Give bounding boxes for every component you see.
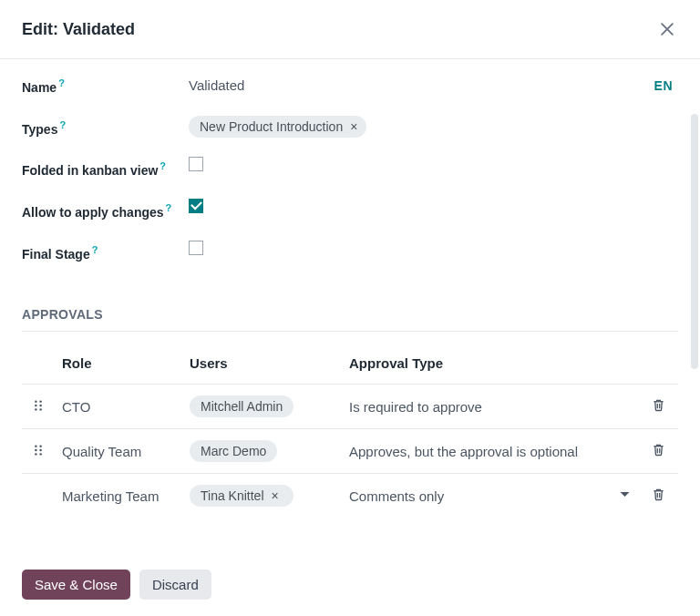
- drag-handle[interactable]: [22, 429, 55, 474]
- modal-footer: Save & Close Discard: [0, 557, 700, 616]
- value-types[interactable]: New Product Introduction ×: [189, 116, 678, 138]
- help-icon[interactable]: ?: [160, 160, 166, 171]
- approval-type-cell[interactable]: Comments only: [342, 474, 639, 518]
- help-icon[interactable]: ?: [92, 244, 98, 255]
- field-final: Final Stage?: [22, 241, 678, 264]
- svg-point-10: [35, 449, 36, 451]
- approvals-section-title: Approvals: [22, 282, 678, 332]
- role-cell[interactable]: Quality Team: [55, 429, 182, 474]
- name-input[interactable]: [189, 74, 371, 97]
- role-cell[interactable]: CTO: [55, 385, 182, 429]
- table-row: CTOMitchell AdminIs required to approve: [22, 385, 678, 429]
- svg-point-7: [39, 408, 41, 410]
- col-handle: [22, 343, 55, 385]
- user-tag-label: Marc Demo: [201, 444, 266, 458]
- delete-cell: [639, 385, 678, 429]
- svg-point-8: [35, 445, 36, 447]
- delete-row-button[interactable]: [646, 442, 671, 460]
- value-allow: [189, 199, 678, 213]
- svg-point-3: [39, 400, 41, 402]
- discard-button[interactable]: Discard: [139, 570, 211, 600]
- scrollbar-thumb[interactable]: [691, 114, 698, 369]
- type-tag-label: New Product Introduction: [200, 119, 343, 134]
- col-approval-type: Approval Type: [342, 343, 639, 385]
- help-icon[interactable]: ?: [59, 119, 66, 130]
- type-tag[interactable]: New Product Introduction ×: [189, 116, 366, 138]
- delete-row-button[interactable]: [646, 397, 671, 416]
- delete-cell: [639, 474, 678, 518]
- label-final-text: Final Stage: [22, 246, 90, 261]
- folded-checkbox[interactable]: [189, 157, 203, 171]
- chevron-down-icon[interactable]: [618, 488, 632, 504]
- label-allow: Allow to apply changes?: [22, 199, 181, 222]
- close-icon: [658, 20, 676, 38]
- approval-type-label: Is required to approve: [349, 399, 482, 415]
- field-types: Types? New Product Introduction ×: [22, 116, 678, 139]
- role-cell[interactable]: Marketing Team: [55, 474, 182, 518]
- col-delete: [639, 343, 678, 385]
- user-tag[interactable]: Marc Demo: [190, 440, 277, 462]
- svg-point-2: [35, 400, 36, 402]
- modal-title: Edit: Validated: [22, 20, 135, 39]
- col-role: Role: [55, 343, 182, 385]
- label-allow-text: Allow to apply changes: [22, 205, 164, 220]
- modal-header: Edit: Validated: [0, 0, 700, 59]
- language-button[interactable]: EN: [649, 77, 678, 94]
- approval-type-cell[interactable]: Is required to approve: [342, 385, 639, 429]
- drag-handle: [22, 474, 55, 518]
- remove-tag-icon[interactable]: ×: [346, 120, 361, 133]
- svg-point-12: [35, 453, 36, 455]
- label-types: Types?: [22, 116, 181, 139]
- approval-type-label: Approves, but the approval is optional: [349, 444, 578, 459]
- svg-point-13: [39, 453, 41, 455]
- user-tag[interactable]: Tina Knittel×: [190, 485, 293, 507]
- label-name-text: Name: [22, 80, 57, 95]
- delete-cell: [639, 429, 678, 474]
- help-icon[interactable]: ?: [166, 202, 172, 213]
- label-folded-text: Folded in kanban view: [22, 163, 158, 178]
- value-name: EN: [189, 74, 678, 97]
- users-cell[interactable]: Tina Knittel×: [182, 474, 342, 518]
- edit-stage-modal: Edit: Validated Name? EN Types? New Prod…: [0, 0, 700, 616]
- value-folded: [189, 157, 678, 171]
- user-tag[interactable]: Mitchell Admin: [190, 395, 293, 417]
- delete-row-button[interactable]: [646, 487, 671, 505]
- users-cell[interactable]: Mitchell Admin: [182, 385, 342, 429]
- col-users: Users: [182, 343, 342, 385]
- user-tag-label: Tina Knittel: [201, 488, 264, 503]
- svg-point-4: [35, 405, 36, 406]
- approval-type-label: Comments only: [349, 488, 444, 504]
- svg-point-5: [39, 405, 41, 406]
- table-row: Quality TeamMarc DemoApproves, but the a…: [22, 429, 678, 474]
- users-cell[interactable]: Marc Demo: [182, 429, 342, 474]
- drag-handle[interactable]: [22, 385, 55, 429]
- remove-user-icon[interactable]: ×: [268, 489, 283, 502]
- table-row: Marketing TeamTina Knittel×Comments only: [22, 474, 678, 518]
- svg-point-6: [35, 408, 36, 410]
- label-final: Final Stage?: [22, 241, 181, 264]
- final-checkbox[interactable]: [189, 241, 203, 255]
- save-button[interactable]: Save & Close: [22, 570, 130, 600]
- allow-checkbox[interactable]: [189, 199, 203, 213]
- approvals-header-row: Role Users Approval Type: [22, 343, 678, 385]
- label-name: Name?: [22, 74, 181, 98]
- field-allow: Allow to apply changes?: [22, 199, 678, 222]
- value-final: [189, 241, 678, 255]
- close-button[interactable]: [654, 16, 680, 42]
- svg-point-9: [39, 445, 41, 447]
- approvals-table: Role Users Approval Type CTOMitchell Adm…: [22, 343, 678, 518]
- user-tag-label: Mitchell Admin: [201, 399, 283, 414]
- label-types-text: Types: [22, 121, 57, 136]
- approval-type-cell[interactable]: Approves, but the approval is optional: [342, 429, 639, 474]
- label-folded: Folded in kanban view?: [22, 157, 181, 180]
- help-icon[interactable]: ?: [58, 77, 65, 88]
- svg-point-11: [39, 449, 41, 451]
- field-folded: Folded in kanban view?: [22, 157, 678, 180]
- field-name: Name? EN: [22, 74, 678, 98]
- modal-body: Name? EN Types? New Product Introduction…: [0, 59, 700, 557]
